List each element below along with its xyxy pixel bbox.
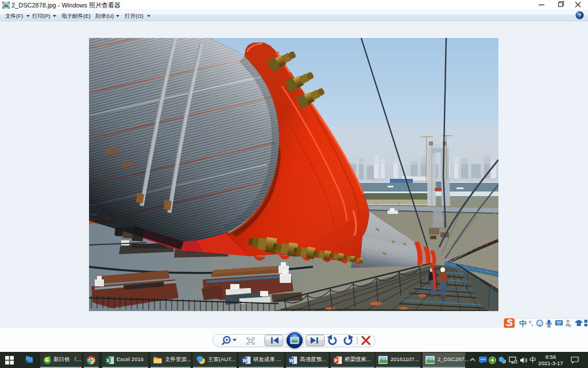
- svg-text:中: 中: [519, 319, 527, 328]
- svg-text:X: X: [106, 358, 110, 363]
- svg-text:W: W: [289, 358, 294, 363]
- svg-text:P: P: [334, 358, 338, 363]
- svg-text:W: W: [242, 358, 247, 363]
- svg-text:°,: °,: [529, 320, 533, 327]
- svg-text:?: ?: [578, 12, 582, 18]
